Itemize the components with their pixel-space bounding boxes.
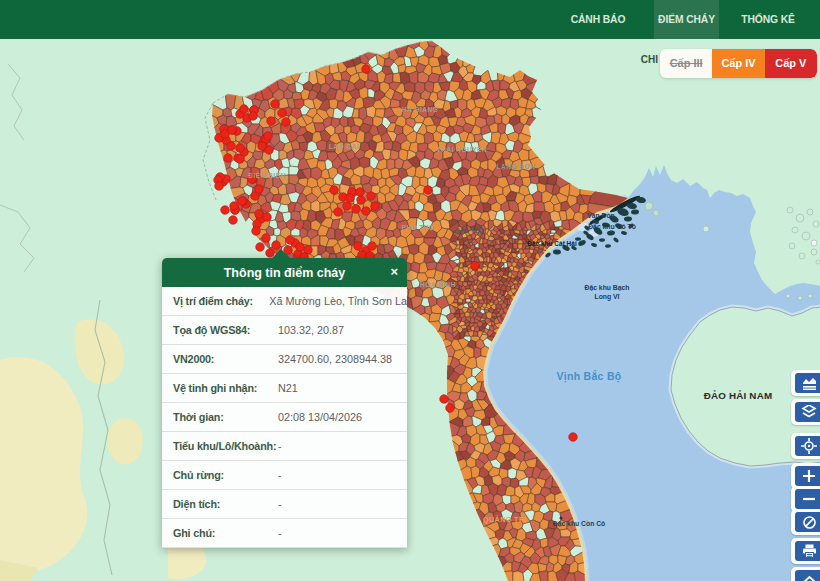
svg-text:PHÚ THỌ: PHÚ THỌ [402,223,435,231]
svg-text:QUẢNG TRỊ: QUẢNG TRỊ [483,515,527,524]
svg-text:LÀO CAI: LÀO CAI [329,142,359,150]
svg-text:LẠNG SƠN: LẠNG SƠN [497,163,536,170]
svg-text:Vân Đồn: Vân Đồn [587,211,615,219]
svg-text:Đặc khu Cồn Cỏ: Đặc khu Cồn Cỏ [553,519,606,527]
svg-text:Đặc khu Bạch: Đặc khu Bạch [585,284,630,291]
svg-text:HÒA BÌNH: HÒA BÌNH [420,280,456,288]
svg-text:ĐIỆN BIÊN: ĐIỆN BIÊN [248,171,285,179]
svg-text:Đặc khu Cô Tô: Đặc khu Cô Tô [588,223,636,230]
svg-text:ĐẢO HẢI NAM: ĐẢO HẢI NAM [704,390,773,401]
svg-text:Long Vĩ: Long Vĩ [595,293,621,301]
svg-text:Vịnh Bắc Bộ: Vịnh Bắc Bộ [556,370,621,383]
svg-text:THÁI NGUYÊN: THÁI NGUYÊN [437,145,487,153]
svg-text:HÀ NỘI: HÀ NỘI [457,226,486,235]
svg-text:Đặc khu Cát Hải: Đặc khu Cát Hải [527,240,577,247]
svg-text:HÀ GIANG: HÀ GIANG [402,105,439,113]
